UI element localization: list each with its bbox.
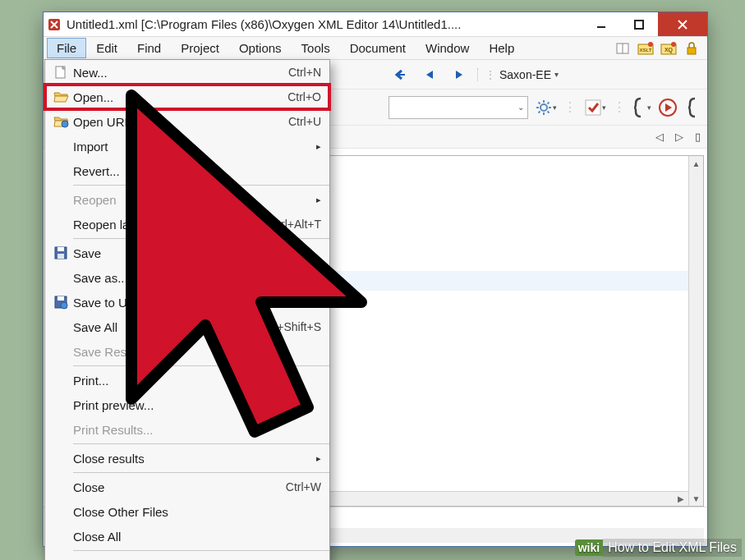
menu-item-label: New... [73, 66, 288, 80]
folder-url-icon [48, 115, 73, 128]
submenu-arrow-icon: ▸ [316, 141, 321, 152]
menu-file[interactable]: File [47, 38, 86, 58]
menu-tools[interactable]: Tools [292, 38, 340, 58]
svg-point-24 [62, 121, 68, 127]
menu-item-label: Save [73, 246, 321, 260]
submenu-arrow-icon: ▸ [316, 453, 321, 464]
menu-item-shortcut: Ctrl+U [288, 115, 321, 128]
nav-undo-icon[interactable] [389, 63, 412, 86]
menu-help[interactable]: Help [479, 38, 524, 58]
tab-next-icon[interactable]: ▷ [675, 131, 683, 143]
watermark: wiki How to Edit XML Files [575, 539, 742, 557]
menu-item-exit[interactable]: ExitCtrl+Q [45, 553, 329, 560]
engine-label: Saxon-EE [499, 68, 551, 81]
svg-rect-11 [688, 48, 696, 54]
menu-item-revert[interactable]: Revert... [45, 158, 329, 183]
menu-item-close[interactable]: CloseCtrl+W [45, 475, 329, 499]
scroll-up-icon[interactable]: ▲ [689, 156, 703, 171]
engine-selector[interactable]: ⋮ Saxon-EE ▾ [477, 68, 559, 81]
menu-item-label: Close [73, 480, 286, 494]
menu-item-save-to-url[interactable]: Save to URL... [45, 290, 329, 314]
menu-item-new[interactable]: New...Ctrl+N [45, 60, 329, 85]
svg-line-20 [538, 111, 540, 112]
menu-item-label: Save All [73, 320, 260, 334]
xslt-icon[interactable]: XSLT [637, 39, 655, 57]
menu-item-save-all[interactable]: Save AllCtrl+Shift+S [45, 314, 329, 339]
bracket2-icon[interactable] [684, 96, 704, 119]
menu-item-reopen: Reopen▸ [45, 187, 329, 212]
menu-edit[interactable]: Edit [86, 38, 127, 58]
menu-separator [73, 238, 329, 239]
chevron-down-icon: ▾ [554, 70, 559, 79]
menu-item-label: Print... [73, 374, 321, 388]
svg-point-30 [61, 302, 67, 309]
bracket-icon[interactable]: ▾ [632, 96, 652, 119]
svg-point-12 [540, 104, 547, 111]
menu-separator [73, 472, 329, 473]
vertical-scrollbar[interactable]: ▲ ▼ [688, 156, 703, 506]
menu-item-shortcut: Ctrl+W [286, 480, 321, 493]
menu-item-close-all[interactable]: Close All [45, 524, 329, 549]
menu-item-label: Close results [73, 452, 316, 466]
minimize-button[interactable] [582, 12, 620, 36]
menu-item-shortcut: Ctrl+O [287, 90, 321, 103]
validate-icon[interactable]: ▾ [583, 96, 606, 119]
svg-rect-1 [597, 26, 605, 28]
svg-point-10 [671, 42, 676, 47]
svg-text:XQ: XQ [665, 47, 674, 53]
menu-item-close-results[interactable]: Close results▸ [45, 446, 329, 470]
menu-item-print-preview[interactable]: Print preview... [45, 392, 329, 417]
book-icon[interactable] [614, 39, 632, 57]
menu-item-import[interactable]: Import▸ [45, 134, 329, 158]
tab-list-icon[interactable]: ▯ [695, 131, 701, 143]
nav-fwd-icon[interactable] [448, 63, 471, 86]
nav-back-icon[interactable] [418, 63, 441, 86]
menu-item-save[interactable]: Save [45, 241, 329, 265]
menu-document[interactable]: Document [340, 38, 416, 58]
menu-item-reopen-last-closed-editor[interactable]: Reopen last closed editorCtrl+Alt+T [45, 212, 329, 236]
menu-item-shortcut: Ctrl+N [288, 66, 321, 79]
svg-text:XSLT: XSLT [640, 48, 652, 53]
menu-window[interactable]: Window [416, 38, 479, 58]
menu-item-label: Open URL... [73, 115, 288, 129]
menu-item-save-as[interactable]: Save as... [45, 265, 329, 290]
menu-item-label: Close Other Files [73, 505, 321, 519]
chevron-down-icon: ⌄ [517, 103, 524, 112]
menu-project[interactable]: Project [171, 38, 229, 58]
scroll-right-icon[interactable]: ▶ [674, 492, 688, 506]
menu-item-label: Save Results... [73, 345, 321, 359]
menu-item-print[interactable]: Print... [45, 368, 329, 392]
close-button[interactable] [658, 12, 707, 36]
menu-item-label: Import [73, 140, 316, 154]
svg-rect-21 [586, 100, 600, 115]
svg-rect-29 [57, 296, 64, 301]
gear-icon[interactable]: ▾ [535, 96, 557, 119]
menu-item-label: Revert... [73, 164, 321, 178]
menu-item-open[interactable]: Open...Ctrl+O [45, 85, 329, 109]
svg-line-19 [547, 102, 549, 103]
menu-item-close-other-files[interactable]: Close Other Files [45, 499, 329, 524]
scenario-combo[interactable]: ⌄ [389, 96, 528, 119]
tab-prev-icon[interactable]: ◁ [655, 131, 664, 143]
menu-item-shortcut: Ctrl+Alt+T [269, 218, 321, 231]
menu-item-shortcut: Ctrl+Shift+S [260, 320, 321, 333]
maximize-button[interactable] [620, 12, 658, 36]
menu-item-open-url[interactable]: Open URL...Ctrl+U [45, 109, 329, 134]
watermark-text: How to Edit XML Files [603, 539, 742, 557]
lock-icon[interactable] [683, 39, 701, 57]
doc-new-icon [48, 65, 73, 80]
menu-find[interactable]: Find [127, 38, 171, 58]
menu-item-label: Open... [73, 90, 287, 104]
scroll-down-icon[interactable]: ▼ [689, 491, 703, 506]
submenu-arrow-icon: ▸ [316, 195, 321, 205]
menu-item-label: Print Results... [73, 423, 321, 437]
folder-open-icon [48, 90, 73, 103]
svg-rect-27 [57, 254, 64, 259]
menu-item-label: Reopen [73, 193, 316, 207]
xq-icon[interactable]: XQ [660, 39, 678, 57]
menu-separator [73, 550, 329, 551]
menu-options[interactable]: Options [229, 38, 292, 58]
run-icon[interactable] [658, 96, 678, 119]
svg-rect-2 [635, 21, 643, 29]
menu-separator [73, 185, 329, 186]
